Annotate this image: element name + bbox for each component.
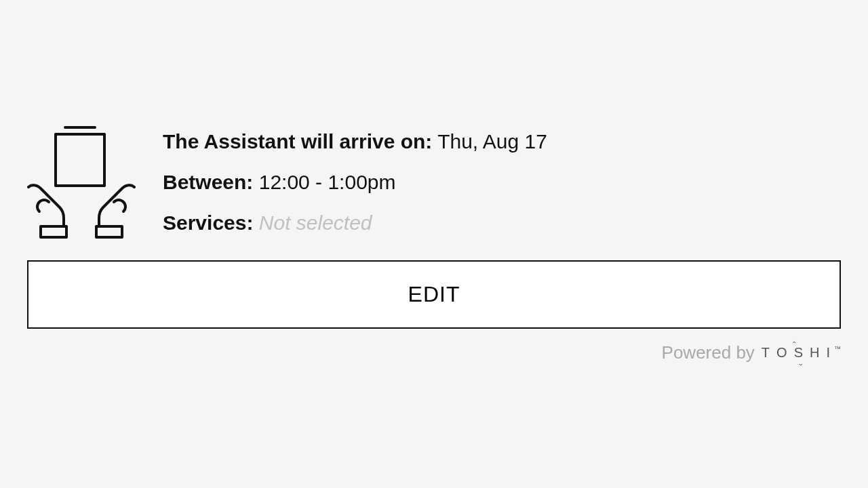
services-label: Services: [163, 211, 253, 234]
between-line: Between: 12:00 - 1:00pm [163, 168, 547, 197]
summary-details: The Assistant will arrive on: Thu, Aug 1… [163, 127, 547, 237]
between-label: Between: [163, 171, 253, 193]
svg-rect-1 [56, 134, 104, 186]
footer: Powered by TO⌃S⌃HI™ [27, 342, 841, 363]
arrive-line: The Assistant will arrive on: Thu, Aug 1… [163, 127, 547, 156]
hands-box-icon [27, 125, 136, 240]
between-value: 12:00 - 1:00pm [259, 171, 396, 193]
services-line: Services: Not selected [163, 209, 547, 237]
powered-by-label: Powered by [662, 342, 755, 363]
arrive-label: The Assistant will arrive on: [163, 130, 432, 152]
delivery-summary-card: The Assistant will arrive on: Thu, Aug 1… [27, 125, 841, 363]
edit-button[interactable]: EDIT [27, 260, 841, 329]
services-value: Not selected [259, 211, 372, 234]
svg-rect-3 [96, 226, 122, 237]
svg-rect-2 [41, 226, 66, 237]
brand-logo: TO⌃S⌃HI™ [762, 345, 841, 361]
arrive-value: Thu, Aug 17 [437, 130, 547, 152]
summary-row: The Assistant will arrive on: Thu, Aug 1… [27, 125, 841, 240]
